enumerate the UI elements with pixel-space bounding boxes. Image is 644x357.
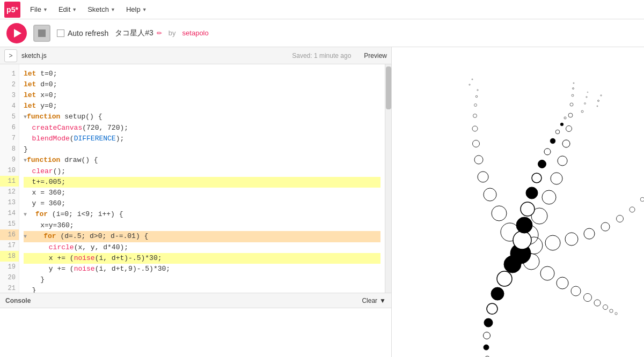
svg-point-25 — [565, 233, 578, 246]
svg-point-3 — [551, 173, 562, 184]
toolbar: Auto refresh タコ星人#3 ✏ by setapolo — [0, 19, 644, 47]
help-menu-arrow: ▼ — [142, 7, 147, 12]
svg-point-40 — [603, 305, 608, 310]
svg-point-17 — [473, 140, 480, 147]
svg-point-68 — [597, 106, 598, 107]
svg-point-20 — [474, 104, 477, 107]
svg-point-4 — [558, 156, 567, 166]
scrollbar-thumb[interactable] — [386, 66, 391, 109]
edit-menu-arrow: ▼ — [72, 7, 77, 12]
toggle-sidebar-button[interactable]: > — [4, 49, 17, 62]
svg-point-58 — [487, 303, 497, 314]
svg-point-45 — [516, 217, 532, 233]
svg-point-5 — [562, 140, 570, 147]
scrollbar-track[interactable] — [385, 64, 391, 293]
stop-button[interactable] — [33, 25, 50, 42]
svg-point-55 — [504, 256, 521, 273]
svg-point-50 — [544, 148, 551, 155]
preview-svg — [392, 47, 644, 357]
svg-point-53 — [560, 123, 564, 126]
svg-point-42 — [615, 313, 617, 315]
console-title: Console — [5, 297, 31, 304]
editor-panel: > sketch.js Saved: 1 minute ago Preview … — [0, 47, 392, 357]
svg-point-60 — [484, 332, 491, 339]
menu-bar: p5* File ▼ Edit ▼ Sketch ▼ Help ▼ — [0, 0, 644, 19]
svg-point-24 — [545, 235, 560, 250]
file-menu[interactable]: File ▼ — [26, 3, 52, 16]
saved-status: Saved: 1 minute ago — [292, 52, 351, 59]
svg-point-69 — [469, 84, 470, 85]
svg-point-22 — [477, 90, 478, 91]
svg-point-29 — [630, 207, 635, 212]
svg-point-59 — [484, 318, 493, 327]
author-label[interactable]: setapolo — [182, 29, 209, 37]
svg-point-16 — [474, 155, 483, 164]
svg-point-13 — [492, 206, 507, 221]
svg-point-39 — [594, 300, 601, 306]
svg-point-49 — [538, 160, 546, 168]
svg-point-72 — [584, 103, 586, 105]
help-menu[interactable]: Help ▼ — [122, 3, 151, 16]
auto-refresh-label[interactable]: Auto refresh — [57, 29, 108, 38]
art-container — [392, 47, 644, 357]
svg-point-2 — [542, 190, 556, 204]
preview-panel — [392, 47, 644, 357]
edit-menu[interactable]: Edit ▼ — [54, 3, 81, 16]
sketch-menu-arrow: ▼ — [111, 7, 115, 12]
editor-tabs: > sketch.js Saved: 1 minute ago Preview — [0, 47, 391, 64]
svg-point-37 — [571, 286, 581, 296]
svg-point-66 — [598, 100, 599, 102]
svg-point-48 — [532, 173, 541, 183]
auto-refresh-text: Auto refresh — [68, 29, 108, 38]
code-editor[interactable]: 123456789101112131415161718192021 let t=… — [0, 64, 391, 293]
svg-point-30 — [640, 197, 644, 202]
svg-point-74 — [587, 92, 588, 93]
svg-point-54 — [564, 117, 566, 119]
svg-point-70 — [472, 79, 473, 80]
svg-point-9 — [572, 94, 574, 96]
svg-point-14 — [484, 188, 496, 201]
console-body — [0, 308, 391, 357]
svg-point-57 — [491, 287, 504, 300]
svg-point-11 — [573, 83, 574, 84]
svg-point-26 — [584, 228, 595, 239]
code-content[interactable]: let t=0; let d=0; let x=0; let y=0; ▼fun… — [19, 64, 385, 293]
line-numbers: 123456789101112131415161718192021 — [0, 64, 19, 293]
sketch-title-area: タコ星人#3 ✏ — [115, 28, 162, 38]
svg-point-35 — [540, 266, 554, 280]
sketch-menu[interactable]: Sketch ▼ — [83, 3, 120, 16]
clear-console-button[interactable]: Clear ▼ — [362, 297, 386, 304]
svg-point-71 — [581, 110, 583, 113]
svg-point-8 — [570, 103, 573, 106]
console-panel: Console Clear ▼ — [0, 293, 391, 357]
svg-point-38 — [584, 294, 592, 302]
svg-point-56 — [497, 271, 512, 286]
svg-point-67 — [601, 95, 602, 96]
svg-point-73 — [586, 96, 587, 98]
chevron-down-icon: ▼ — [379, 297, 386, 304]
svg-point-44 — [513, 231, 531, 249]
preview-label[interactable]: Preview — [364, 52, 387, 59]
svg-point-10 — [573, 88, 574, 90]
svg-point-6 — [566, 126, 572, 132]
svg-point-19 — [473, 114, 477, 118]
sketch-name: タコ星人#3 — [115, 28, 153, 38]
edit-sketch-icon[interactable]: ✏ — [157, 29, 162, 37]
by-label: by — [169, 29, 176, 37]
svg-point-41 — [610, 309, 613, 313]
svg-point-61 — [484, 345, 489, 350]
svg-point-21 — [475, 95, 478, 98]
svg-point-36 — [557, 277, 568, 289]
p5-logo: p5* — [4, 2, 20, 18]
file-menu-arrow: ▼ — [43, 7, 48, 12]
play-button[interactable] — [6, 23, 27, 43]
file-tab[interactable]: sketch.js — [21, 52, 47, 59]
svg-point-46 — [521, 202, 535, 216]
svg-point-7 — [568, 113, 573, 117]
svg-point-28 — [617, 215, 624, 222]
svg-point-15 — [478, 172, 488, 182]
svg-point-51 — [550, 138, 555, 144]
console-header: Console Clear ▼ — [0, 293, 391, 308]
auto-refresh-checkbox[interactable] — [57, 29, 64, 37]
svg-point-18 — [472, 126, 478, 131]
